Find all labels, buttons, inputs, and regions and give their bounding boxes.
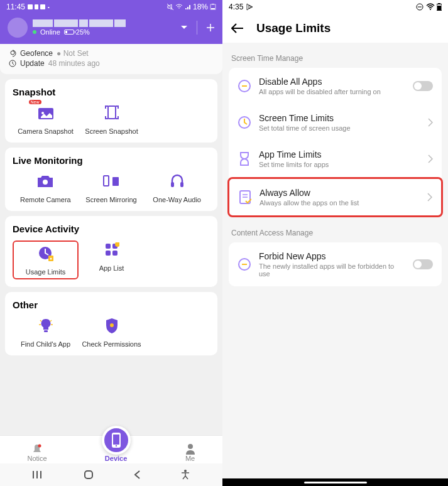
disable-all-apps-row[interactable]: Disable All Apps All apps will be disabl… [229, 68, 442, 104]
back-icon[interactable] [134, 470, 141, 479]
device-activity-card: Device Activity Usage Limits App List [5, 216, 217, 287]
snapshot-card: Snapshot New Camera Snapshot Screen Snap… [5, 79, 217, 143]
system-nav [0, 463, 222, 486]
check-permissions-button[interactable]: Check Permissions [79, 316, 145, 348]
shield-icon [105, 318, 119, 334]
back-arrow-icon[interactable] [231, 23, 244, 33]
mirror-icon [102, 175, 120, 188]
other-card: Other Find Child's App Check Permissions [5, 292, 217, 355]
geofence-icon [9, 50, 16, 57]
svg-point-7 [11, 51, 14, 55]
battery-pill-icon [64, 30, 74, 35]
nav-device[interactable]: Device [102, 440, 131, 462]
bell-icon [31, 443, 43, 455]
signal-icon [185, 4, 191, 10]
battery-icon [437, 3, 442, 11]
camera-snapshot-label: Camera Snapshot [18, 127, 74, 135]
usage-limits-button[interactable]: Usage Limits [13, 240, 79, 279]
screen-time-card: Disable All Apps All apps will be disabl… [229, 68, 442, 217]
usage-limits-label: Usage Limits [26, 268, 66, 276]
wifi-icon [175, 4, 183, 10]
svg-rect-16 [180, 182, 183, 187]
svg-point-26 [110, 323, 114, 327]
svg-rect-29 [113, 435, 119, 445]
recents-icon[interactable] [33, 470, 44, 479]
battery-percent: 25% [76, 28, 90, 36]
always-allow-row[interactable]: Always Allow Always allow the apps on th… [227, 177, 443, 217]
chevron-right-icon [428, 154, 433, 163]
home-indicator-bar [222, 478, 448, 486]
section-content-access: Content Access Manage [222, 217, 448, 242]
svg-rect-25 [44, 330, 48, 332]
svg-text:•: • [48, 4, 50, 10]
disable-sub: All apps will be disabled after turning … [259, 88, 405, 95]
svg-rect-32 [85, 471, 92, 478]
chevron-right-icon [427, 193, 432, 202]
app-list-label: App List [99, 264, 124, 272]
dropdown-icon[interactable] [180, 25, 188, 30]
snapshot-title: Snapshot [13, 87, 210, 97]
live-title: Live Monitoring [13, 155, 210, 166]
home-icon[interactable] [84, 470, 94, 480]
nav-notice[interactable]: Notice [27, 443, 46, 462]
screen-mirroring-button[interactable]: Screen Mirroring [79, 172, 145, 203]
always-sub: Always allow the apps on the list [260, 199, 420, 207]
play-icon [246, 3, 253, 11]
device-fab[interactable] [102, 426, 131, 455]
hourglass-icon [238, 152, 251, 166]
geofence-label: Geofence [20, 49, 53, 58]
find-child-label: Find Child's App [21, 340, 70, 348]
find-child-app-button[interactable]: Find Child's App [13, 316, 79, 348]
accessibility-icon[interactable] [181, 470, 190, 480]
add-icon[interactable] [206, 23, 215, 32]
phone-icon [111, 432, 122, 448]
nav-device-label: Device [105, 455, 127, 462]
chevron-right-icon [428, 118, 433, 127]
screentime-title: Screen Time Limits [259, 113, 420, 123]
svg-point-33 [184, 470, 187, 472]
disable-icon [238, 79, 251, 93]
forbid-title: Forbid New Apps [259, 251, 405, 261]
disable-toggle[interactable] [413, 81, 433, 91]
apptime-sub: Set time limits for apps [259, 161, 420, 168]
separator [197, 21, 197, 35]
screen-time-limits-row[interactable]: Screen Time Limits Set total time of scr… [229, 104, 442, 141]
other-title: Other [13, 300, 210, 310]
online-dot-icon [33, 30, 36, 34]
forbid-toggle[interactable] [413, 259, 433, 269]
apptime-title: App Time Limits [259, 149, 420, 159]
camera-snapshot-button[interactable]: New Camera Snapshot [13, 104, 79, 135]
camera-icon [36, 175, 54, 188]
dnd-icon [415, 3, 424, 11]
forbid-new-apps-row[interactable]: Forbid New Apps The newly installed apps… [229, 242, 442, 286]
headphones-icon [170, 174, 185, 189]
svg-point-35 [430, 9, 431, 10]
nav-notice-label: Notice [27, 455, 46, 462]
bulb-icon [38, 318, 53, 334]
geofence-value: ● Not Set [57, 49, 89, 58]
forbid-sub: The newly installed apps will be forbidd… [259, 262, 405, 278]
svg-point-31 [188, 444, 193, 449]
remote-camera-button[interactable]: Remote Camera [13, 172, 79, 203]
svg-rect-22 [106, 251, 111, 256]
section-screen-time: Screen Time Manage [222, 43, 448, 68]
home-indicator[interactable] [304, 482, 367, 483]
screen-snapshot-button[interactable]: Screen Snapshot [79, 104, 145, 135]
device-name-blurred [33, 19, 180, 27]
update-label: Update [20, 59, 45, 68]
one-way-audio-button[interactable]: One-Way Audio [144, 172, 210, 203]
device-screen: 11:45 • 18% Onli [0, 0, 222, 486]
nav-me-label: Me [185, 455, 195, 462]
new-badge: New [29, 100, 41, 104]
avatar[interactable] [8, 18, 28, 38]
camera-snapshot-icon [37, 105, 55, 121]
screen-snapshot-label: Screen Snapshot [85, 127, 138, 135]
svg-rect-20 [106, 244, 111, 249]
online-label: Online [40, 28, 60, 36]
svg-rect-38 [437, 6, 441, 10]
app-list-button[interactable]: App List [79, 240, 145, 279]
nav-me[interactable]: Me [185, 443, 195, 462]
usage-limits-icon [37, 245, 55, 262]
app-time-limits-row[interactable]: App Time Limits Set time limits for apps [229, 141, 442, 177]
svg-rect-23 [112, 251, 117, 256]
